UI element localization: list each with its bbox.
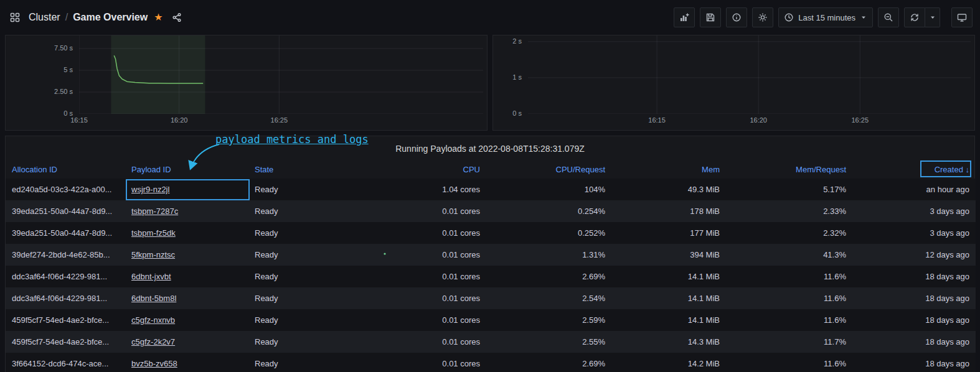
running-payloads-panel: Running Payloads at 2022-08-08T15:28:31.…	[5, 136, 975, 372]
time-range-picker[interactable]: Last 15 minutes	[778, 7, 873, 27]
cell-state: Ready	[248, 179, 367, 200]
tv-mode-button[interactable]	[951, 7, 973, 27]
cell-mem: 14.1 MiB	[611, 287, 726, 309]
breadcrumb: Cluster / Game Overview	[29, 12, 148, 23]
cell-allocation_id: 459f5cf7-54ed-4ae2-bfce...	[6, 309, 125, 331]
cell-mem: 14.2 MiB	[611, 353, 726, 372]
x-axis-label: 16:20	[167, 116, 192, 124]
x-axis-label: 16:20	[746, 116, 771, 124]
refresh-icon	[910, 12, 920, 22]
dashboard-insights-button[interactable]	[726, 7, 747, 27]
charts-row: 7.50 s5 s2.50 s0 s 16:1516:2016:25 2 s1 …	[0, 35, 980, 131]
favorite-star-icon[interactable]: ★	[154, 12, 163, 22]
tv-mode-icon	[957, 12, 967, 22]
cell-created: 3 days ago	[852, 222, 976, 244]
save-dashboard-button[interactable]	[700, 7, 721, 27]
cell-mem_request: 11.6%	[726, 353, 852, 372]
column-header-cpu[interactable]: CPU	[367, 160, 486, 179]
cell-cpu: 1.04 cores	[367, 179, 486, 200]
cell-mem_request: 11.6%	[726, 266, 852, 287]
cell-mem: 14.3 MiB	[611, 331, 726, 353]
table-row: 3f664152-dcd6-474c-ace...bvz5b-zv658Read…	[6, 353, 976, 372]
payload-link[interactable]: c5gfz-2k2v7	[131, 337, 175, 346]
apps-grid-icon[interactable]	[7, 10, 22, 25]
cell-state: Ready	[248, 244, 367, 266]
column-header-created[interactable]: Created ↓	[852, 160, 976, 179]
time-series-plot[interactable]	[528, 35, 971, 114]
cell-cpu_request: 1.31%	[486, 244, 611, 266]
column-header-allocation_id[interactable]: Allocation ID	[6, 160, 125, 179]
caret-down-icon	[860, 14, 867, 21]
table-row: 459f5cf7-54ed-4ae2-bfce...c5gfz-nxnvbRea…	[6, 309, 976, 331]
cell-mem_request: 11.7%	[726, 331, 852, 353]
y-axis-label: 1 s	[512, 73, 522, 81]
cell-mem_request: 2.33%	[726, 200, 852, 222]
cell-created: an hour ago	[852, 179, 976, 200]
payload-table: Allocation IDPayload IDStateCPUCPU/Reque…	[6, 160, 976, 372]
cell-cpu: 0.01 cores	[367, 331, 486, 353]
cell-state: Ready	[248, 200, 367, 222]
cell-cpu: 0.01 cores	[367, 309, 486, 331]
table-row: ddc3af64-f06d-4229-981...6dbnt-5bm8lRead…	[6, 287, 976, 309]
cell-cpu_request: 0.252%	[486, 222, 611, 244]
refresh-button[interactable]	[904, 7, 925, 27]
cell-mem_request: 2.32%	[726, 222, 852, 244]
payload-link[interactable]: c5gfz-nxnvb	[131, 315, 175, 325]
cell-state: Ready	[248, 222, 367, 244]
cell-payload_id: 6dbnt-jxvbt	[125, 266, 248, 287]
dashboard-settings-button[interactable]	[752, 7, 773, 27]
payload-link[interactable]: bvz5b-zv658	[131, 359, 177, 368]
y-axis-label: 0 s	[512, 109, 522, 117]
annotation-region	[111, 35, 205, 114]
zoom-out-button[interactable]	[878, 7, 899, 27]
column-header-cpu_request[interactable]: CPU/Request	[486, 160, 611, 179]
cell-cpu: 0.01 cores	[367, 222, 486, 244]
breadcrumb-folder[interactable]: Cluster	[29, 12, 60, 23]
column-header-payload_id[interactable]: Payload ID	[125, 160, 248, 179]
payload-link[interactable]: 5fkpm-nztsc	[131, 250, 175, 259]
share-icon[interactable]	[169, 10, 184, 25]
cell-created: 18 days ago	[852, 309, 976, 331]
cell-cpu_request: 2.69%	[486, 266, 611, 287]
cell-payload_id: bvz5b-zv658	[125, 353, 248, 372]
time-series-plot[interactable]	[79, 35, 483, 114]
cell-payload_id: 5fkpm-nztsc	[125, 244, 248, 266]
cell-payload_id: 6dbnt-5bm8l	[125, 287, 248, 309]
column-header-mem[interactable]: Mem	[611, 160, 726, 179]
cell-mem_request: 11.6%	[726, 309, 852, 331]
column-header-mem_request[interactable]: Mem/Request	[726, 160, 852, 179]
payload-link[interactable]: wsjr9-nz2jl	[131, 185, 169, 194]
cell-state: Ready	[248, 353, 367, 372]
cell-payload_id: tsbpm-fz5dk	[125, 222, 248, 244]
clock-icon	[784, 12, 794, 22]
y-axis: 2 s1 s0 s	[493, 35, 528, 130]
payload-link[interactable]: tsbpm-7287c	[131, 207, 178, 216]
table-header-row: Allocation IDPayload IDStateCPUCPU/Reque…	[6, 160, 976, 179]
cell-allocation_id: 39eda251-50a0-44a7-8d9...	[6, 222, 125, 244]
cell-state: Ready	[248, 266, 367, 287]
table-row: ed240a5d-03c3-422a-a00...wsjr9-nz2jlRead…	[6, 179, 976, 200]
cell-cpu_request: 2.69%	[486, 353, 611, 372]
payload-link[interactable]: 6dbnt-jxvbt	[131, 272, 171, 281]
breadcrumb-title[interactable]: Game Overview	[73, 12, 148, 23]
cell-created: 3 days ago	[852, 200, 976, 222]
table-row: ddc3af64-f06d-4229-981...6dbnt-jxvbtRead…	[6, 266, 976, 287]
cell-state: Ready	[248, 309, 367, 331]
cell-allocation_id: ddc3af64-f06d-4229-981...	[6, 287, 125, 309]
cell-payload_id: tsbpm-7287c	[125, 200, 248, 222]
payload-link[interactable]: 6dbnt-5bm8l	[131, 294, 176, 303]
time-range-label: Last 15 minutes	[798, 13, 855, 22]
chart-panel-left: 7.50 s5 s2.50 s0 s 16:1516:2016:25	[5, 35, 488, 131]
refresh-interval-caret[interactable]	[925, 7, 940, 27]
gear-icon	[758, 12, 768, 22]
y-axis-label: 5 s	[64, 66, 73, 73]
column-header-state[interactable]: State	[248, 160, 367, 179]
cell-cpu: 0.01 cores	[367, 287, 486, 309]
cell-cpu: 0.01 cores	[367, 244, 486, 266]
cell-mem: 14.1 MiB	[611, 309, 726, 331]
add-panel-button[interactable]	[674, 7, 695, 27]
x-axis: 16:1516:2016:25	[79, 114, 483, 128]
cell-allocation_id: 459f5cf7-54ed-4ae2-bfce...	[6, 331, 125, 353]
sort-desc-icon: ↓	[963, 165, 969, 174]
payload-link[interactable]: tsbpm-fz5dk	[131, 228, 176, 238]
